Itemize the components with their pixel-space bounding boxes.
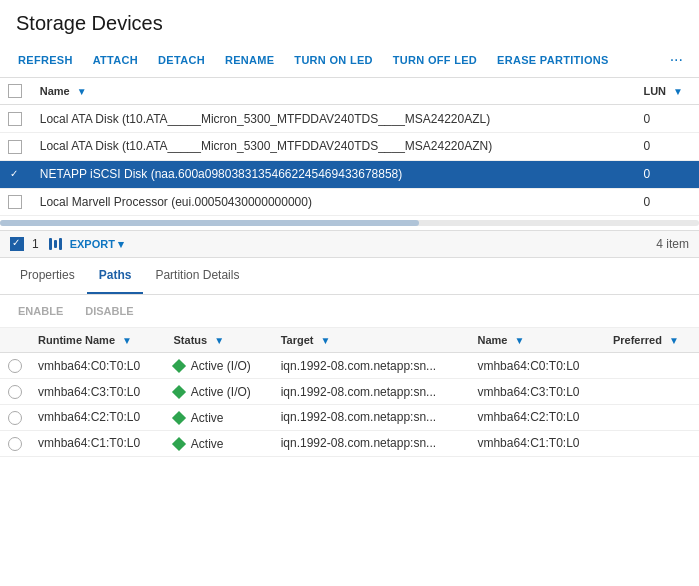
export-button[interactable]: EXPORT ▾: [70, 238, 124, 251]
row-name: NETAPP iSCSI Disk (naa.600a0980383135466…: [32, 160, 636, 188]
paths-preferred: [605, 353, 699, 379]
paths-radio[interactable]: [8, 437, 22, 451]
path-name-filter-icon[interactable]: ▼: [514, 335, 524, 346]
tab-paths[interactable]: Paths: [87, 258, 144, 294]
storage-table-body: Local ATA Disk (t10.ATA_____Micron_5300_…: [0, 105, 699, 216]
paths-target: iqn.1992-08.com.netapp:sn...: [273, 430, 470, 456]
bottom-checkbox[interactable]: [10, 237, 24, 251]
target-filter-icon[interactable]: ▼: [321, 335, 331, 346]
lun-column-header: LUN ▼: [635, 78, 699, 105]
paths-select-header: [0, 328, 30, 353]
runtime-name-filter-icon[interactable]: ▼: [122, 335, 132, 346]
paths-radio-cell: [0, 379, 30, 405]
paths-runtime-name: vmhba64:C2:T0:L0: [30, 405, 166, 431]
name-filter-icon[interactable]: ▼: [77, 86, 87, 97]
preferred-header: Preferred ▼: [605, 328, 699, 353]
tab-properties[interactable]: Properties: [8, 258, 87, 294]
paths-target: iqn.1992-08.com.netapp:sn...: [273, 379, 470, 405]
row-name: Local ATA Disk (t10.ATA_____Micron_5300_…: [32, 132, 636, 160]
row-lun: 0: [635, 160, 699, 188]
paths-status: Active: [166, 405, 273, 431]
row-checkbox[interactable]: [8, 168, 22, 182]
tabs-bar: Properties Paths Partition Details: [0, 258, 699, 295]
lun-filter-icon[interactable]: ▼: [673, 86, 683, 97]
bottom-bar: 1 EXPORT ▾ 4 item: [0, 230, 699, 258]
detach-button[interactable]: DETACH: [148, 44, 215, 76]
horizontal-scrollbar[interactable]: [0, 220, 699, 226]
attach-button[interactable]: ATTACH: [83, 44, 148, 76]
row-checkbox-cell: [0, 105, 32, 133]
paths-name: vmhba64:C1:T0:L0: [469, 430, 605, 456]
paths-radio-cell: [0, 430, 30, 456]
paths-table-body: vmhba64:C0:T0:L0 Active (I/O) iqn.1992-0…: [0, 353, 699, 456]
row-checkbox[interactable]: [8, 112, 22, 126]
status-dot-icon: [171, 411, 185, 425]
paths-radio[interactable]: [8, 411, 22, 425]
row-lun: 0: [635, 105, 699, 133]
paths-runtime-name: vmhba64:C0:T0:L0: [30, 353, 166, 379]
name-column-header: Name ▼: [32, 78, 636, 105]
paths-sub-toolbar: ENABLE DISABLE: [0, 295, 699, 328]
toolbar: REFRESH ATTACH DETACH RENAME TURN ON LED…: [0, 43, 699, 78]
paths-target: iqn.1992-08.com.netapp:sn...: [273, 405, 470, 431]
paths-runtime-name: vmhba64:C3:T0:L0: [30, 379, 166, 405]
disable-button[interactable]: DISABLE: [77, 301, 141, 321]
rename-button[interactable]: RENAME: [215, 44, 284, 76]
name-header: Name ▼: [469, 328, 605, 353]
enable-button[interactable]: ENABLE: [10, 301, 71, 321]
table-row[interactable]: Local Marvell Processor (eui.00050430000…: [0, 188, 699, 216]
row-checkbox-cell: [0, 160, 32, 188]
paths-radio[interactable]: [8, 385, 22, 399]
row-checkbox-cell: [0, 188, 32, 216]
paths-preferred: [605, 405, 699, 431]
item-count: 4 item: [656, 237, 689, 251]
tab-partition-details[interactable]: Partition Details: [143, 258, 251, 294]
status-text: Active (I/O): [191, 385, 251, 399]
paths-row[interactable]: vmhba64:C0:T0:L0 Active (I/O) iqn.1992-0…: [0, 353, 699, 379]
more-button[interactable]: ···: [662, 43, 691, 77]
col-bar-3: [59, 238, 62, 250]
row-checkbox-cell: [0, 132, 32, 160]
paths-radio[interactable]: [8, 359, 22, 373]
storage-table-container: Name ▼ LUN ▼ Local ATA Disk (t10.ATA____…: [0, 78, 699, 216]
table-row[interactable]: NETAPP iSCSI Disk (naa.600a0980383135466…: [0, 160, 699, 188]
refresh-button[interactable]: REFRESH: [8, 44, 83, 76]
paths-name: vmhba64:C3:T0:L0: [469, 379, 605, 405]
select-all-checkbox[interactable]: [8, 84, 22, 98]
paths-name: vmhba64:C0:T0:L0: [469, 353, 605, 379]
erase-partitions-button[interactable]: ERASE PARTITIONS: [487, 44, 619, 76]
paths-status: Active (I/O): [166, 379, 273, 405]
paths-preferred: [605, 379, 699, 405]
scrollbar-thumb: [0, 220, 419, 226]
turn-off-led-button[interactable]: TURN OFF LED: [383, 44, 487, 76]
runtime-name-header: Runtime Name ▼: [30, 328, 166, 353]
page-title: Storage Devices: [0, 0, 699, 43]
row-lun: 0: [635, 188, 699, 216]
status-text: Active (I/O): [191, 359, 251, 373]
status-dot-icon: [171, 359, 185, 373]
preferred-filter-icon[interactable]: ▼: [669, 335, 679, 346]
target-header: Target ▼: [273, 328, 470, 353]
table-row[interactable]: Local ATA Disk (t10.ATA_____Micron_5300_…: [0, 132, 699, 160]
turn-on-led-button[interactable]: TURN ON LED: [284, 44, 382, 76]
paths-row[interactable]: vmhba64:C2:T0:L0 Active iqn.1992-08.com.…: [0, 405, 699, 431]
paths-table: Runtime Name ▼ Status ▼ Target ▼ Name ▼ …: [0, 328, 699, 456]
select-all-header: [0, 78, 32, 105]
paths-target: iqn.1992-08.com.netapp:sn...: [273, 353, 470, 379]
status-text: Active: [191, 411, 224, 425]
row-name: Local Marvell Processor (eui.00050430000…: [32, 188, 636, 216]
status-header: Status ▼: [166, 328, 273, 353]
paths-name: vmhba64:C2:T0:L0: [469, 405, 605, 431]
status-filter-icon[interactable]: ▼: [214, 335, 224, 346]
table-row[interactable]: Local ATA Disk (t10.ATA_____Micron_5300_…: [0, 105, 699, 133]
status-dot-icon: [171, 437, 185, 451]
paths-preferred: [605, 430, 699, 456]
row-checkbox[interactable]: [8, 195, 22, 209]
paths-row[interactable]: vmhba64:C1:T0:L0 Active iqn.1992-08.com.…: [0, 430, 699, 456]
row-lun: 0: [635, 132, 699, 160]
row-name: Local ATA Disk (t10.ATA_____Micron_5300_…: [32, 105, 636, 133]
column-toggle[interactable]: [49, 238, 62, 250]
row-checkbox[interactable]: [8, 140, 22, 154]
selected-count: 1: [32, 237, 39, 251]
paths-row[interactable]: vmhba64:C3:T0:L0 Active (I/O) iqn.1992-0…: [0, 379, 699, 405]
